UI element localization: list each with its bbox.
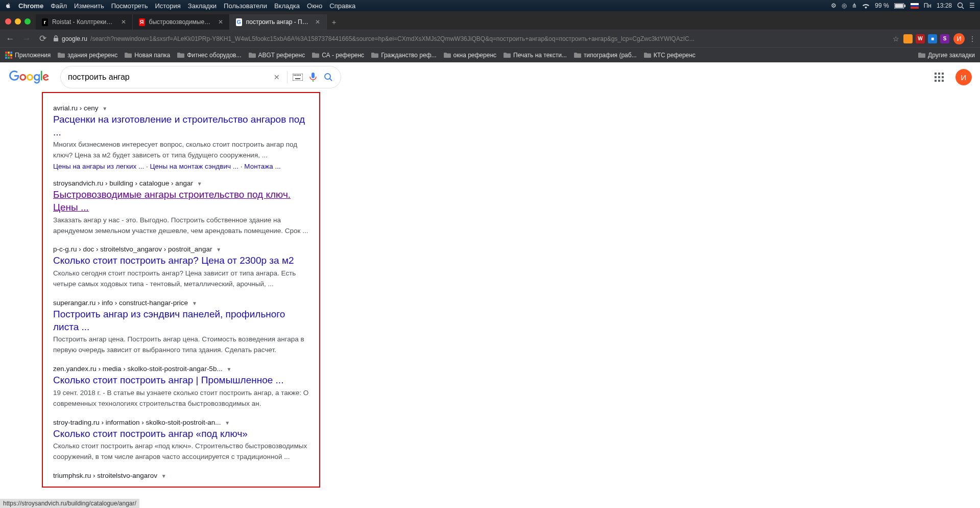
extension-icon[interactable] bbox=[903, 34, 913, 43]
browser-tabbar: rRoistat - Коллтрекинг - Исто✕Ябыстровоз… bbox=[0, 11, 980, 30]
chevron-down-icon[interactable]: ▼ bbox=[161, 473, 166, 479]
menubar-item[interactable]: Вкладка bbox=[274, 2, 300, 10]
svg-rect-22 bbox=[312, 73, 315, 78]
menubar-item[interactable]: Справка bbox=[329, 2, 355, 10]
result-link[interactable]: Сколько стоит построить ангар? Цена от 2… bbox=[53, 255, 294, 266]
bookmark-folder[interactable]: Гражданство реф... bbox=[371, 52, 436, 59]
result-url[interactable]: stroy-trading.ru › information › skolko-… bbox=[53, 419, 309, 426]
tab-favicon: G bbox=[236, 18, 242, 26]
profile-pill[interactable]: И bbox=[953, 33, 965, 44]
window-minimize-button[interactable] bbox=[15, 18, 21, 25]
result-link[interactable]: Быстровозводимые ангары строительство по… bbox=[53, 189, 291, 213]
extension-icon[interactable]: W bbox=[916, 34, 925, 43]
battery-icon[interactable] bbox=[894, 3, 905, 9]
result-url[interactable]: p-c-g.ru › doc › stroitelstvo_angarov › … bbox=[53, 245, 309, 253]
svg-rect-16 bbox=[294, 75, 295, 76]
input-flag-icon[interactable] bbox=[911, 3, 919, 9]
result-url[interactable]: superangar.ru › info › construct-hangar-… bbox=[53, 299, 309, 307]
svg-rect-9 bbox=[5, 54, 7, 56]
bookmark-folder[interactable]: ABGT референс bbox=[249, 52, 305, 59]
menubar-item[interactable]: Окно bbox=[307, 2, 322, 10]
result-url[interactable]: avrial.ru › ceny ▼ bbox=[53, 104, 309, 112]
mic-icon[interactable] bbox=[308, 72, 318, 82]
svg-line-25 bbox=[330, 79, 332, 81]
google-apps-icon[interactable] bbox=[933, 71, 945, 83]
bookmark-folder[interactable]: Печать на тексти... bbox=[504, 52, 567, 59]
tab-favicon: Я bbox=[139, 18, 145, 26]
chevron-down-icon[interactable]: ▼ bbox=[216, 247, 221, 252]
result-sublink[interactable]: Цены на монтаж сэндвич ... bbox=[150, 163, 238, 170]
search-icon[interactable] bbox=[323, 72, 333, 82]
menubar-app[interactable]: Chrome bbox=[18, 2, 43, 10]
chevron-down-icon[interactable]: ▼ bbox=[102, 106, 107, 111]
status-icon[interactable]: ⚙ bbox=[831, 2, 836, 9]
account-avatar[interactable]: И bbox=[955, 69, 972, 85]
extension-icon[interactable]: ■ bbox=[928, 34, 937, 43]
forward-button[interactable]: → bbox=[20, 34, 33, 44]
bookmark-folder[interactable]: СА - референс bbox=[312, 52, 364, 59]
keyboard-icon[interactable] bbox=[293, 72, 303, 82]
result-url[interactable]: triumphsk.ru › stroitelstvo-angarov ▼ bbox=[53, 472, 309, 479]
tab-close-icon[interactable]: ✕ bbox=[218, 18, 223, 26]
result-link[interactable]: Сколько стоит построить ангар «под ключ» bbox=[53, 428, 248, 439]
result-sublink[interactable]: Монтажа ... bbox=[244, 163, 280, 170]
url-host: google.ru bbox=[62, 35, 87, 42]
menubar-item[interactable]: Файл bbox=[51, 2, 67, 10]
browser-tab[interactable]: rRoistat - Коллтрекинг - Исто✕ bbox=[36, 14, 133, 30]
status-icon[interactable]: ◎ bbox=[842, 2, 847, 9]
bookmark-folder[interactable]: здания референс bbox=[58, 52, 117, 59]
other-bookmarks[interactable]: Другие закладки bbox=[918, 52, 975, 59]
menubar-item[interactable]: Закладки bbox=[188, 2, 217, 10]
result-link[interactable]: Сколько стоит построить ангар | Промышле… bbox=[53, 375, 283, 385]
tab-close-icon[interactable]: ✕ bbox=[315, 18, 320, 26]
bookmark-label: СА - референс bbox=[322, 52, 364, 59]
wifi-icon[interactable] bbox=[862, 3, 870, 9]
search-box[interactable]: ✕ bbox=[60, 66, 341, 88]
bookmark-label: Печать на тексти... bbox=[513, 52, 567, 59]
result-link[interactable]: Построить ангар из сэндвич панелей, проф… bbox=[53, 309, 285, 332]
bookmark-folder[interactable]: окна референс bbox=[444, 52, 496, 59]
bookmark-folder[interactable]: Новая папка bbox=[125, 52, 170, 59]
back-button[interactable]: ← bbox=[4, 34, 16, 44]
star-icon[interactable]: ☆ bbox=[893, 35, 899, 43]
extension-icon[interactable]: S bbox=[940, 34, 949, 43]
chevron-down-icon[interactable]: ▼ bbox=[197, 181, 202, 187]
chevron-down-icon[interactable]: ▼ bbox=[226, 366, 231, 372]
url-path: /search?newwindow=1&sxsrf=ALeKk01PRp-Y8K… bbox=[90, 35, 695, 42]
apple-icon[interactable] bbox=[5, 3, 11, 9]
result-link[interactable]: Расценки на изготовление и строительство… bbox=[53, 114, 305, 137]
menubar-item[interactable]: История bbox=[155, 2, 180, 10]
search-result: p-c-g.ru › doc › stroitelstvo_angarov › … bbox=[53, 245, 309, 290]
result-url[interactable]: zen.yandex.ru › media › skolko-stoit-pos… bbox=[53, 365, 309, 373]
search-input[interactable] bbox=[68, 73, 267, 82]
window-maximize-button[interactable] bbox=[25, 18, 31, 25]
browser-tab[interactable]: Gпостроить ангар - Поиск в G✕ bbox=[230, 14, 327, 30]
google-logo[interactable] bbox=[9, 70, 49, 84]
chevron-down-icon[interactable]: ▼ bbox=[225, 420, 230, 426]
clear-icon[interactable]: ✕ bbox=[272, 72, 282, 82]
new-tab-button[interactable]: ＋ bbox=[327, 15, 341, 30]
result-sublink[interactable]: Цены на ангары из легких ... bbox=[53, 163, 144, 170]
result-title: Расценки на изготовление и строительство… bbox=[53, 113, 309, 138]
svg-rect-12 bbox=[5, 57, 7, 59]
browser-tab[interactable]: Ябыстровозводимые здания –✕ bbox=[133, 14, 230, 30]
menubar-item[interactable]: Изменить bbox=[74, 2, 104, 10]
url-field[interactable]: google.ru/search?newwindow=1&sxsrf=ALeKk… bbox=[53, 35, 889, 42]
bookmark-folder[interactable]: Фитнес оборудов... bbox=[177, 52, 241, 59]
folder-icon bbox=[504, 52, 511, 58]
control-center-icon[interactable]: ☰ bbox=[969, 2, 975, 9]
tab-close-icon[interactable]: ✕ bbox=[121, 18, 126, 26]
menubar-item[interactable]: Посмотреть bbox=[111, 2, 148, 10]
apps-shortcut[interactable]: Приложения bbox=[5, 52, 51, 59]
menu-icon[interactable]: ⋮ bbox=[969, 35, 976, 43]
chevron-down-icon[interactable]: ▼ bbox=[192, 301, 197, 306]
window-close-button[interactable] bbox=[5, 18, 11, 25]
menubar-item[interactable]: Пользователи bbox=[224, 2, 267, 10]
reload-button[interactable]: ⟳ bbox=[37, 33, 49, 44]
bookmark-folder[interactable]: типография (раб... bbox=[574, 52, 637, 59]
bookmark-label: Новая папка bbox=[134, 52, 170, 59]
result-url[interactable]: stroysandvich.ru › building › catalogue … bbox=[53, 179, 309, 187]
bookmark-folder[interactable]: КТС референс bbox=[644, 52, 696, 59]
spotlight-icon[interactable] bbox=[957, 2, 964, 9]
bluetooth-icon[interactable]: ⋔ bbox=[852, 2, 857, 9]
